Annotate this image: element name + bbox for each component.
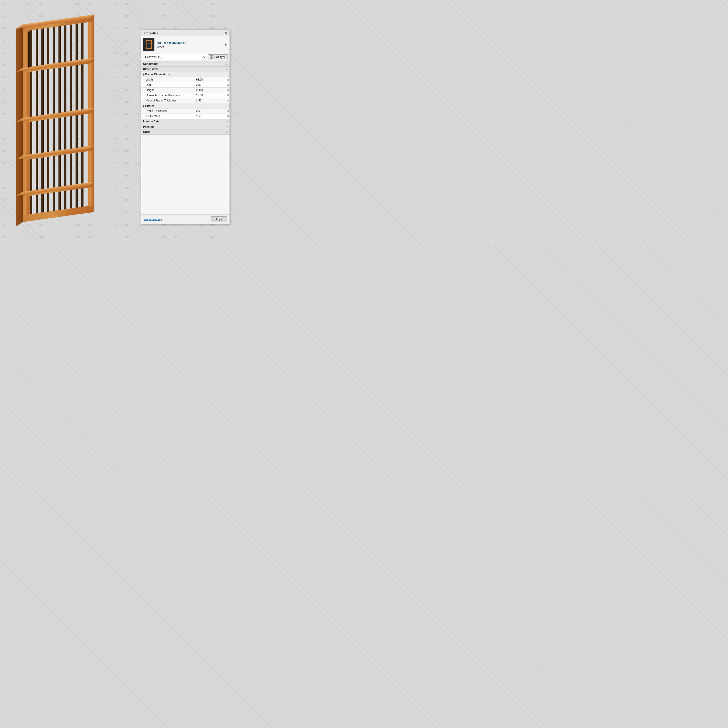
- other-label: Other: [143, 130, 150, 133]
- profile-thickness-indicator: [227, 110, 229, 112]
- panel-close-button[interactable]: ✕: [224, 31, 227, 35]
- svg-rect-83: [210, 55, 211, 57]
- svg-rect-59: [70, 153, 72, 185]
- apply-button[interactable]: Apply: [211, 216, 227, 222]
- profile-width-row: Profile Width 1.50: [141, 114, 229, 119]
- profile-arrow: [143, 104, 145, 107]
- svg-rect-40: [75, 65, 78, 110]
- svg-rect-52: [30, 159, 32, 191]
- identity-data-section-header[interactable]: Identity Data »: [141, 119, 229, 124]
- constraints-toggle-icon: »: [226, 63, 228, 65]
- svg-rect-38: [64, 67, 66, 112]
- identity-data-label: Identity Data: [143, 120, 159, 123]
- depth-label: Depth: [141, 83, 194, 87]
- panel-empty-area: [141, 135, 229, 214]
- svg-rect-77: [148, 41, 148, 48]
- svg-rect-45: [47, 119, 49, 152]
- frame-dimensions-row: Frame Dimensions: [141, 72, 229, 77]
- dimensions-section-header[interactable]: Dimensions «: [141, 67, 229, 72]
- svg-rect-62: [30, 196, 32, 214]
- room-divider-model: [7, 11, 105, 228]
- width-label: Width: [141, 77, 194, 83]
- svg-rect-54: [41, 158, 44, 189]
- edit-type-button[interactable]: Edit Type: [208, 54, 228, 60]
- object-sub: Wood: [157, 45, 186, 48]
- other-toggle-icon: »: [226, 131, 228, 133]
- svg-rect-46: [53, 118, 55, 151]
- panel-footer: Properties help Apply: [141, 214, 229, 224]
- profile-row: Profile: [141, 103, 229, 109]
- profile-width-label: Profile Width: [141, 114, 194, 119]
- svg-rect-72: [146, 40, 147, 49]
- panel-title: Properties: [144, 31, 158, 35]
- height-indicator: [227, 89, 229, 91]
- frame-dimensions-label: Frame Dimensions: [145, 73, 170, 76]
- v-frame-thickness-value[interactable]: 2.50: [194, 98, 229, 103]
- h-frame-thickness-row: Horizontal Frame Thickness 10.00: [141, 93, 229, 98]
- svg-rect-61: [81, 152, 84, 184]
- phasing-label: Phasing: [143, 125, 154, 128]
- other-section-header[interactable]: Other »: [141, 130, 229, 135]
- svg-rect-84: [212, 55, 213, 57]
- svg-rect-81: [147, 43, 151, 43]
- svg-rect-82: [147, 46, 151, 46]
- v-frame-thickness-indicator: [227, 99, 229, 101]
- constraints-section-header[interactable]: Constraints »: [141, 61, 229, 67]
- svg-rect-41: [81, 64, 84, 109]
- object-name: RD_Room Divider 11: [157, 41, 186, 44]
- svg-rect-33: [36, 71, 38, 116]
- svg-rect-71: [81, 188, 84, 207]
- thumbnail-icon: [145, 40, 152, 49]
- svg-rect-75: [146, 48, 152, 49]
- svg-rect-48: [64, 117, 66, 150]
- svg-rect-31: [81, 23, 84, 60]
- svg-rect-64: [41, 194, 44, 213]
- h-frame-thickness-value[interactable]: 10.00: [194, 93, 229, 98]
- svg-rect-37: [58, 67, 61, 113]
- svg-rect-69: [70, 190, 72, 208]
- svg-rect-24: [41, 28, 44, 65]
- svg-rect-47: [58, 118, 61, 150]
- svg-rect-50: [75, 115, 78, 148]
- svg-rect-51: [81, 114, 84, 147]
- svg-rect-76: [147, 41, 147, 48]
- casework-dropdown[interactable]: Casework (1): [143, 54, 206, 60]
- dimensions-label: Dimensions: [143, 67, 159, 71]
- identity-data-toggle-icon: »: [226, 120, 228, 123]
- svg-rect-67: [58, 191, 61, 210]
- svg-rect-26: [53, 27, 55, 63]
- profile-thickness-value[interactable]: 2.50: [194, 109, 229, 114]
- panel-title-bar: Properties ✕: [141, 30, 229, 37]
- width-indicator: [227, 79, 229, 81]
- object-thumbnail: [143, 38, 154, 51]
- svg-rect-35: [47, 69, 49, 115]
- svg-rect-85: [210, 57, 211, 59]
- svg-rect-44: [41, 120, 44, 153]
- svg-rect-80: [151, 41, 151, 48]
- 3d-viewport: [0, 0, 132, 246]
- properties-panel: Properties ✕ RD_Room Divider 11 Wood: [141, 29, 230, 224]
- profile-width-value[interactable]: 1.50: [194, 114, 229, 119]
- height-value[interactable]: 220.00: [194, 87, 229, 93]
- svg-rect-74: [146, 40, 152, 41]
- width-value[interactable]: 98.00: [194, 77, 229, 83]
- svg-rect-63: [36, 195, 38, 213]
- height-row: Height 220.00: [141, 87, 229, 93]
- svg-rect-73: [151, 40, 152, 49]
- svg-rect-36: [53, 68, 55, 113]
- svg-rect-66: [53, 192, 55, 211]
- svg-rect-25: [47, 28, 49, 64]
- type-selector-row: Casework (1) Edit Type: [141, 53, 229, 61]
- edit-type-label: Edit Type: [214, 55, 226, 59]
- properties-help-link[interactable]: Properties help: [144, 218, 162, 221]
- depth-value[interactable]: 2.50: [194, 83, 229, 87]
- svg-rect-30: [75, 24, 78, 60]
- phasing-section-header[interactable]: Phasing »: [141, 124, 229, 130]
- height-label: Height: [141, 87, 194, 93]
- frame-dimensions-arrow: [143, 73, 145, 76]
- h-frame-thickness-indicator: [227, 95, 229, 96]
- svg-rect-29: [70, 24, 72, 61]
- svg-rect-57: [58, 155, 61, 187]
- svg-rect-78: [149, 41, 149, 48]
- svg-rect-20: [30, 30, 32, 67]
